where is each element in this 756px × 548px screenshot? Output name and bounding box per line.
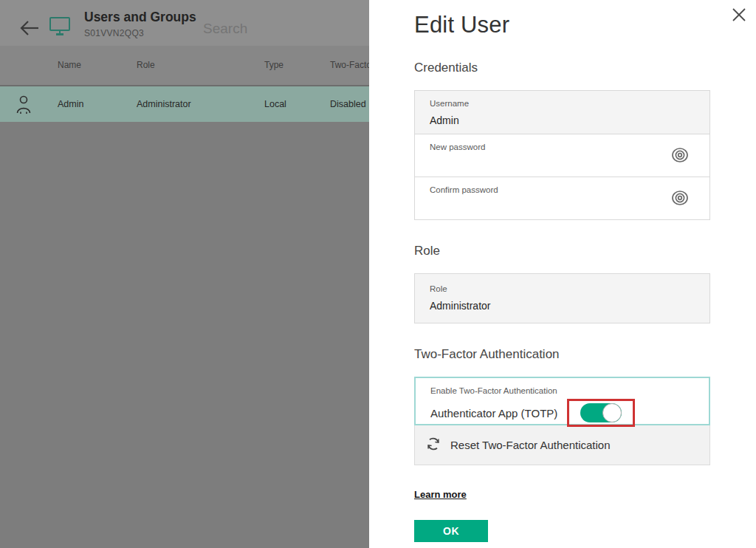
credentials-box: Username Admin New password [414, 90, 710, 220]
new-password-field[interactable]: New password [415, 134, 709, 177]
two-factor-box: Enable Two-Factor Authentication Authent… [414, 377, 710, 465]
column-header-two-factor: Two-Facto [330, 46, 371, 85]
cell-two-factor: Disabled [330, 86, 366, 122]
role-value: Administrator [430, 300, 695, 312]
role-label: Role [430, 284, 695, 293]
username-field: Username Admin [415, 91, 709, 134]
page-title-block: Users and Groups S01VVN2QQ3 [84, 10, 196, 38]
edit-user-panel: Edit User Credentials Username Admin New… [369, 0, 756, 548]
two-factor-enable-field: Enable Two-Factor Authentication Authent… [414, 377, 710, 425]
ok-button[interactable]: OK [414, 520, 488, 542]
username-label: Username [430, 99, 695, 108]
user-icon [16, 95, 32, 117]
column-header-role: Role [137, 46, 155, 85]
role-box: Role Administrator [414, 273, 710, 323]
credentials-heading: Credentials [414, 61, 710, 75]
annotation-highlight [567, 399, 635, 427]
refresh-icon [426, 436, 441, 454]
monitor-icon [49, 16, 71, 40]
username-value: Admin [430, 114, 695, 126]
show-confirm-password-button[interactable] [668, 188, 692, 209]
eye-icon [669, 156, 691, 167]
cell-name: Admin [58, 86, 83, 122]
close-icon [731, 14, 747, 25]
new-password-label: New password [430, 143, 695, 151]
cell-role: Administrator [137, 86, 191, 122]
page-title: Users and Groups [84, 10, 196, 25]
panel-title: Edit User [414, 10, 710, 40]
eye-icon [669, 199, 691, 210]
two-factor-heading: Two-Factor Authentication [414, 347, 710, 362]
toggle-knob [602, 403, 622, 422]
column-header-type: Type [264, 46, 284, 85]
search-input[interactable]: Search [203, 21, 247, 37]
page-subtitle: S01VVN2QQ3 [84, 28, 196, 38]
enable-two-factor-label: Enable Two-Factor Authentication [430, 386, 694, 395]
confirm-password-field[interactable]: Confirm password [415, 177, 709, 219]
learn-more-link[interactable]: Learn more [414, 489, 467, 500]
back-button[interactable] [18, 18, 41, 39]
two-factor-toggle[interactable] [580, 403, 622, 422]
screen: Users and Groups S01VVN2QQ3 Search Name … [0, 0, 756, 548]
reset-two-factor-button[interactable]: Reset Two-Factor Authentication [414, 425, 710, 465]
column-header-name: Name [58, 46, 81, 85]
close-button[interactable] [730, 7, 748, 24]
back-arrow-icon [18, 28, 41, 39]
reset-two-factor-label: Reset Two-Factor Authentication [450, 439, 611, 451]
cell-type: Local [264, 86, 286, 122]
confirm-password-label: Confirm password [430, 185, 695, 194]
role-heading: Role [414, 244, 710, 258]
authenticator-app-label: Authenticator App (TOTP) [430, 407, 557, 419]
show-password-button[interactable] [668, 145, 692, 166]
role-field: Role Administrator [415, 274, 709, 323]
